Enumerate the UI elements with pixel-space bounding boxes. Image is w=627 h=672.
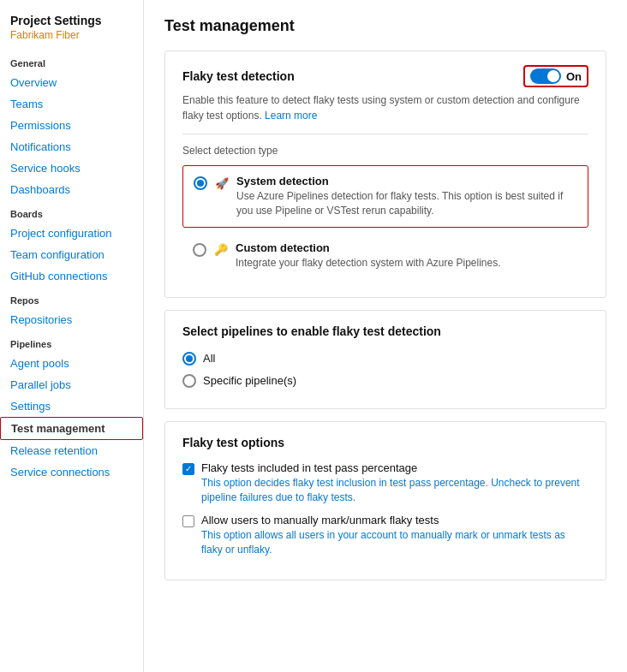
- custom-option-desc: Integrate your flaky detection system wi…: [236, 256, 501, 271]
- main-content: Test management Flaky test detection On …: [144, 0, 627, 672]
- system-radio-fill: [197, 180, 204, 187]
- system-radio[interactable]: [194, 176, 207, 190]
- pipeline-selection-card: Select pipelines to enable flaky test de…: [164, 310, 606, 409]
- flaky-options-title: Flaky test options: [182, 436, 588, 449]
- custom-detection-option[interactable]: 🔑 Custom detection Integrate your flaky …: [182, 233, 588, 279]
- sidebar-item-notifications[interactable]: Notifications: [0, 136, 143, 158]
- custom-radio[interactable]: [193, 243, 206, 257]
- flaky-toggle-container: On: [523, 65, 588, 87]
- system-option-desc: Use Azure Pipelines detection for flaky …: [236, 189, 577, 218]
- include-pass-title: Flaky tests included in test pass percen…: [201, 461, 588, 474]
- manual-mark-content: Allow users to manually mark/unmark flak…: [201, 514, 588, 557]
- divider-1: [182, 134, 588, 134]
- flaky-detection-card: Flaky test detection On Enable this feat…: [164, 51, 606, 298]
- sidebar-subtitle[interactable]: Fabrikam Fiber: [0, 29, 143, 50]
- flaky-detection-desc-text: Enable this feature to detect flaky test…: [182, 94, 580, 122]
- all-pipelines-label: All: [203, 352, 215, 365]
- custom-option-title: Custom detection: [236, 241, 501, 254]
- sidebar-item-project-config[interactable]: Project configuration: [0, 223, 143, 244]
- sidebar-item-teams[interactable]: Teams: [0, 93, 143, 115]
- manual-mark-checkbox-row[interactable]: Allow users to manually mark/unmark flak…: [182, 514, 588, 557]
- custom-option-content: Custom detection Integrate your flaky de…: [236, 241, 501, 271]
- sidebar-item-agent-pools[interactable]: Agent pools: [0, 353, 143, 374]
- flaky-toggle-switch[interactable]: [530, 68, 561, 84]
- system-detection-option[interactable]: 🚀 System detection Use Azure Pipelines d…: [182, 165, 588, 228]
- manual-mark-checkbox[interactable]: [182, 515, 194, 527]
- all-pipelines-radio[interactable]: [182, 352, 196, 366]
- toggle-on-label: On: [566, 70, 582, 83]
- include-pass-checkbox[interactable]: [182, 463, 194, 475]
- detection-type-label: Select detection type: [182, 145, 588, 157]
- rocket-icon: 🚀: [214, 175, 230, 191]
- flaky-detection-desc: Enable this feature to detect flaky test…: [182, 92, 588, 123]
- sidebar-item-release-retention[interactable]: Release retention: [0, 440, 143, 461]
- manual-mark-desc: This option allows all users in your acc…: [201, 528, 588, 557]
- sidebar-item-parallel-jobs[interactable]: Parallel jobs: [0, 374, 143, 395]
- pipeline-specific-option[interactable]: Specific pipeline(s): [182, 372, 588, 388]
- key-icon: 🔑: [213, 242, 229, 258]
- include-pass-checkbox-row[interactable]: Flaky tests included in test pass percen…: [182, 461, 588, 505]
- specific-pipelines-label: Specific pipeline(s): [203, 374, 296, 387]
- pipeline-all-option[interactable]: All: [182, 350, 588, 366]
- sidebar-section-pipelines: Pipelines: [0, 330, 143, 353]
- sidebar-item-dashboards[interactable]: Dashboards: [0, 179, 143, 200]
- flaky-options-card: Flaky test options Flaky tests included …: [164, 421, 606, 580]
- sidebar-section-general: General: [0, 50, 143, 72]
- all-pipelines-radio-fill: [186, 355, 193, 362]
- include-pass-content: Flaky tests included in test pass percen…: [201, 461, 588, 505]
- sidebar-item-team-config[interactable]: Team configuration: [0, 244, 143, 265]
- include-pass-desc: This option decides flaky test inclusion…: [201, 476, 588, 505]
- sidebar-item-service-hooks[interactable]: Service hooks: [0, 158, 143, 179]
- sidebar-item-settings[interactable]: Settings: [0, 395, 143, 417]
- sidebar-title: Project Settings: [0, 9, 143, 29]
- page-title: Test management: [164, 17, 606, 35]
- flaky-detection-title: Flaky test detection: [182, 69, 295, 83]
- sidebar-section-boards: Boards: [0, 200, 143, 223]
- pipeline-selection-title: Select pipelines to enable flaky test de…: [182, 324, 588, 338]
- system-option-title: System detection: [236, 175, 577, 187]
- sidebar-item-github-connections[interactable]: GitHub connections: [0, 265, 143, 287]
- sidebar-item-repositories[interactable]: Repositories: [0, 309, 143, 330]
- sidebar-item-overview[interactable]: Overview: [0, 72, 143, 93]
- sidebar-item-service-connections[interactable]: Service connections: [0, 461, 143, 483]
- sidebar-section-repos: Repos: [0, 287, 143, 309]
- specific-pipelines-radio[interactable]: [182, 374, 196, 388]
- sidebar-item-permissions[interactable]: Permissions: [0, 115, 143, 136]
- system-option-content: System detection Use Azure Pipelines det…: [236, 175, 577, 218]
- sidebar-item-test-management[interactable]: Test management: [0, 417, 143, 440]
- sidebar: Project Settings Fabrikam Fiber General …: [0, 0, 144, 672]
- learn-more-link[interactable]: Learn more: [265, 110, 317, 122]
- manual-mark-title: Allow users to manually mark/unmark flak…: [201, 514, 588, 526]
